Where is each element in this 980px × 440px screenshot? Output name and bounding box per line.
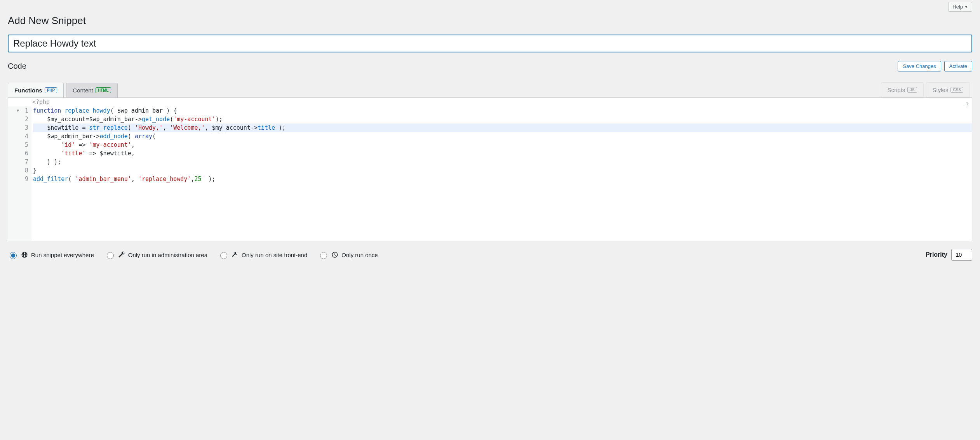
tab-functions-label: Functions — [14, 87, 42, 94]
code-heading: Code — [8, 62, 26, 71]
page-title: Add New Snippet — [8, 15, 972, 27]
scope-admin-radio[interactable] — [107, 252, 114, 259]
tab-functions[interactable]: Functions PHP — [8, 83, 64, 97]
tab-scripts-badge: JS — [907, 87, 917, 93]
line-number-gutter: 1▼23456789 — [8, 106, 31, 241]
scope-once-radio[interactable] — [320, 252, 327, 259]
scope-once[interactable]: Only run once — [318, 251, 378, 259]
snippet-title-input[interactable] — [8, 35, 972, 52]
tab-scripts-label: Scripts — [888, 87, 905, 93]
code-editor[interactable]: <?php ? 1▼23456789 function replace_howd… — [8, 97, 972, 241]
scope-admin[interactable]: Only run in administration area — [105, 251, 207, 259]
clock-icon — [331, 251, 338, 258]
scope-admin-label: Only run in administration area — [128, 252, 207, 258]
scope-frontend-radio[interactable] — [220, 252, 227, 259]
code-body[interactable]: function replace_howdy( $wp_admin_bar ) … — [31, 106, 972, 241]
tab-functions-badge: PHP — [45, 87, 57, 93]
priority-label: Priority — [926, 251, 947, 258]
scope-everywhere-radio[interactable] — [10, 252, 17, 259]
scope-everywhere-label: Run snippet everywhere — [31, 252, 94, 258]
scope-everywhere[interactable]: Run snippet everywhere — [8, 251, 94, 259]
wrench-icon — [118, 251, 125, 258]
tab-scripts: Scripts JS — [881, 82, 924, 97]
tab-styles: Styles CSS — [926, 82, 970, 97]
tab-content[interactable]: Content HTML — [66, 83, 117, 97]
priority-input[interactable] — [951, 249, 972, 261]
scope-once-label: Only run once — [341, 252, 378, 258]
globe-icon — [21, 251, 28, 258]
tab-content-label: Content — [73, 87, 93, 94]
activate-button[interactable]: Activate — [944, 61, 972, 71]
code-prefix: <?php — [8, 98, 972, 106]
tab-content-badge: HTML — [96, 87, 111, 93]
scope-frontend[interactable]: Only run on site front-end — [218, 251, 307, 259]
tab-styles-badge: CSS — [950, 87, 963, 93]
hammer-icon — [232, 251, 238, 258]
help-button[interactable]: Help — [948, 2, 972, 12]
tab-styles-label: Styles — [933, 87, 949, 93]
scope-options: Run snippet everywhere Only run in admin… — [8, 251, 378, 259]
save-changes-button[interactable]: Save Changes — [898, 61, 941, 71]
scope-frontend-label: Only run on site front-end — [242, 252, 307, 258]
